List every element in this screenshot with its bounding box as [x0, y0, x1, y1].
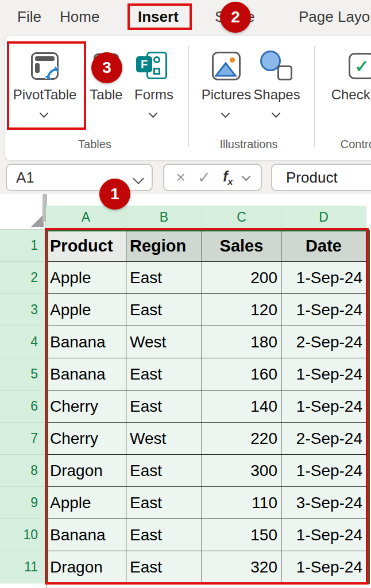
pivottable-highlight-box [7, 41, 86, 130]
insert-tab-highlight-box [127, 3, 192, 30]
column-headers: ABCD [46, 206, 366, 230]
forms-button[interactable]: F Forms [131, 48, 177, 117]
row-header-4[interactable]: 4 [0, 326, 45, 358]
pictures-icon [212, 52, 241, 80]
row-header-9[interactable]: 9 [0, 487, 45, 519]
group-label-tables: Tables [55, 138, 135, 151]
select-all-corner[interactable] [0, 194, 46, 230]
group-label-illustrations: Illustrations [203, 138, 295, 151]
pictures-label: Pictures [202, 86, 252, 103]
row-header-8[interactable]: 8 [0, 455, 45, 487]
chevron-down-icon[interactable] [133, 173, 144, 184]
step-1-badge: 1 [99, 179, 130, 210]
row-header-10[interactable]: 10 [0, 519, 45, 551]
row-header-11[interactable]: 11 [0, 551, 45, 583]
cancel-icon[interactable]: × [176, 168, 185, 187]
row-header-1[interactable]: 1 [0, 230, 45, 262]
formula-bar-input[interactable]: Product [271, 164, 371, 191]
row-header-5[interactable]: 5 [0, 358, 45, 390]
checkbox-icon: ✓ [349, 53, 371, 79]
step-2-badge: 2 [220, 2, 251, 33]
pictures-button[interactable]: Pictures [201, 48, 252, 117]
column-header-C[interactable]: C [202, 206, 281, 229]
step-3-badge: 3 [91, 52, 122, 83]
checkbox-button[interactable]: ✓ Checkbox [324, 48, 371, 103]
chevron-down-icon[interactable] [222, 109, 230, 117]
tab-home[interactable]: Home [60, 8, 99, 26]
shapes-button[interactable]: Shapes [255, 48, 299, 117]
forms-icon: F [136, 52, 172, 80]
shapes-icon [260, 51, 293, 82]
ribbon-group-divider [314, 46, 315, 147]
row-header-3[interactable]: 3 [0, 294, 45, 326]
row-header-6[interactable]: 6 [0, 390, 45, 423]
tab-page-layout[interactable]: Page Layout [299, 8, 371, 26]
formula-toolbar: × ✓ fx [163, 164, 262, 191]
select-all-triangle-icon [31, 214, 44, 227]
row-header-7[interactable]: 7 [0, 423, 45, 455]
column-header-B[interactable]: B [126, 206, 202, 229]
name-box[interactable]: A1 [6, 164, 153, 191]
name-box-value: A1 [16, 169, 34, 187]
tab-file[interactable]: File [17, 8, 41, 26]
enter-icon[interactable]: ✓ [198, 168, 211, 187]
chevron-down-icon[interactable] [273, 109, 281, 117]
row-header-2[interactable]: 2 [0, 262, 45, 294]
chevron-down-icon[interactable] [241, 172, 250, 181]
insert-function-icon[interactable]: fx [223, 168, 233, 187]
forms-label: Forms [134, 86, 173, 103]
ribbon-group-divider [188, 46, 189, 147]
chevron-down-icon[interactable] [150, 109, 158, 117]
row-headers: 1234567891011 [0, 230, 46, 583]
formula-bar-value: Product [286, 169, 338, 187]
group-label-controls: Controls [330, 138, 371, 151]
grid-edge [46, 585, 47, 588]
column-header-D[interactable]: D [281, 206, 366, 229]
selection-border [47, 230, 370, 584]
checkbox-label: Checkbox [331, 86, 371, 103]
shapes-label: Shapes [253, 86, 300, 103]
table-label: Table [90, 86, 122, 103]
